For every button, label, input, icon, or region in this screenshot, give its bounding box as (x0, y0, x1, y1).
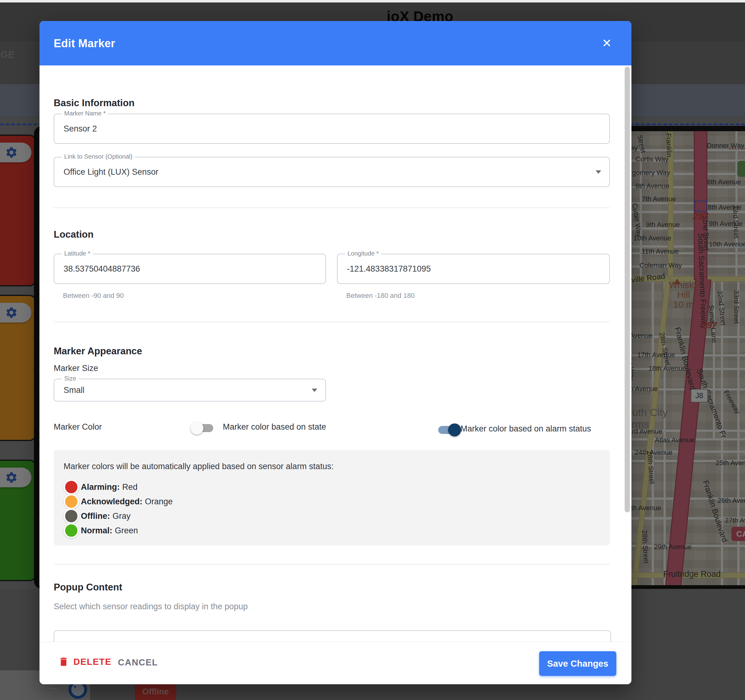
section-location: Location (54, 229, 94, 240)
browser-top-strip (0, 0, 745, 3)
acknowledged-dot (64, 494, 79, 509)
alarm-colors-info-box: Marker colors will be automatically appl… (54, 450, 610, 546)
normal-dot (64, 523, 79, 538)
toggle-color-by-alarm-label: Marker color based on alarm status (461, 424, 591, 434)
link-sensor-select[interactable]: Office Light (LUX) Sensor (64, 157, 158, 186)
chevron-down-icon[interactable] (595, 171, 601, 174)
marker-name-field[interactable]: Marker Name * Sensor 2 (54, 114, 610, 144)
toggle-color-by-state-label: Marker color based on state (223, 422, 326, 432)
divider (54, 322, 610, 322)
toggle-thumb[interactable] (190, 422, 203, 435)
toggle-color-by-state[interactable] (193, 424, 213, 432)
alarm-row-offline: Offline: Gray (64, 509, 130, 524)
edit-marker-modal: Basic Information Marker Name * Sensor 2… (39, 21, 631, 684)
popup-readings-select[interactable] (54, 630, 611, 643)
trash-icon (58, 655, 69, 668)
marker-name-input[interactable]: Sensor 2 (64, 114, 97, 143)
longitude-input[interactable]: -121.48338317871095 (347, 254, 431, 283)
alarming-dot (64, 479, 79, 495)
size-select-field[interactable]: Size Small (54, 379, 326, 402)
screen: ioX Demo GE (0, 0, 745, 700)
divider (54, 207, 610, 208)
cancel-button[interactable]: CANCEL (118, 657, 158, 668)
modal-scrollbar[interactable] (625, 67, 630, 512)
toggle-thumb[interactable] (448, 423, 461, 437)
longitude-helper: Between -180 and 180 (346, 292, 414, 300)
size-select[interactable]: Small (64, 379, 85, 401)
modal-header: Edit Marker ✕ (39, 21, 631, 66)
modal-title: Edit Marker (54, 37, 115, 50)
divider (54, 564, 610, 564)
section-marker-appearance: Marker Appearance (54, 346, 142, 357)
section-basic-information: Basic Information (54, 97, 135, 109)
offline-dot (64, 509, 79, 524)
save-changes-button[interactable]: Save Changes (539, 651, 616, 676)
link-sensor-field[interactable]: Link to Sensor (Optional) Office Light (… (54, 157, 610, 187)
latitude-helper: Between -90 and 90 (63, 292, 124, 300)
longitude-field[interactable]: Longitude * -121.48338317871095 (337, 254, 610, 284)
latitude-field[interactable]: Latitude * 38.53750404887736 (54, 254, 326, 284)
alarm-row-alarming: Alarming: Red (64, 480, 138, 494)
alarm-row-normal: Normal: Green (64, 523, 138, 538)
delete-button[interactable]: DELETE (58, 655, 111, 668)
modal-body: Basic Information Marker Name * Sensor 2… (39, 21, 631, 684)
toggle-color-by-alarm[interactable] (438, 426, 459, 434)
section-popup-content: Popup Content (54, 582, 122, 593)
alarm-row-acknowledged: Acknowledged: Orange (64, 494, 173, 509)
marker-color-label: Marker Color (54, 422, 102, 432)
latitude-input[interactable]: 38.53750404887736 (64, 254, 140, 283)
alarm-colors-intro: Marker colors will be automatically appl… (64, 462, 334, 471)
popup-content-description: Select which sensor readings to display … (54, 602, 248, 612)
close-icon[interactable]: ✕ (602, 36, 612, 50)
chevron-down-icon[interactable] (312, 389, 317, 392)
marker-size-label: Marker Size (54, 363, 98, 373)
modal-footer: DELETE CANCEL Save Changes (39, 642, 631, 684)
